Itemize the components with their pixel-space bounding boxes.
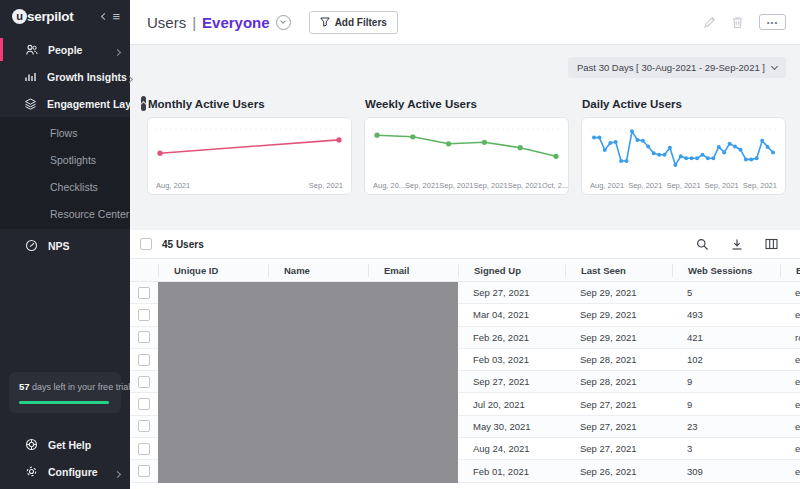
cell-browser-language: en-US: [780, 376, 800, 387]
row-checkbox-cell: [130, 287, 158, 299]
x-axis-tick-label: Aug, 20...: [373, 181, 405, 190]
column-header-web-sessions[interactable]: Web Sessions: [672, 264, 780, 277]
row-checkbox-cell: [130, 354, 158, 366]
sidebar-item-configure[interactable]: Configure: [0, 458, 130, 485]
more-options-button[interactable]: •••: [759, 14, 786, 30]
row-checkbox-cell: [130, 465, 158, 477]
sidebar-item-label: Configure: [48, 466, 98, 478]
x-axis-tick-label: Sep, 2021: [474, 181, 508, 190]
users-count-label: 45 Users: [162, 239, 204, 250]
collapse-chevron-icon: [101, 13, 108, 20]
row-checkbox[interactable]: [138, 420, 150, 432]
column-header-unique-id[interactable]: Unique ID: [158, 264, 268, 277]
row-checkbox-cell: [130, 398, 158, 410]
x-axis-tick-label: Sep, 2021: [405, 181, 439, 190]
trial-text: 57 days left in your free trial: [19, 381, 111, 392]
sidebar-subitem-flows[interactable]: Flows: [0, 119, 130, 146]
download-icon[interactable]: [731, 238, 743, 251]
sidebar-spacer: [0, 259, 130, 372]
date-range-select[interactable]: Past 30 Days [ 30-Aug-2021 - 29-Sep-2021…: [568, 57, 786, 78]
nav-accent-bar: [0, 460, 3, 483]
sidebar-subitem-checklists[interactable]: Checklists: [0, 173, 130, 200]
sidebar-footer: Get HelpConfigure: [0, 431, 130, 489]
sidebar-item-people[interactable]: People: [0, 36, 130, 63]
cell-browser-language: en-GB: [780, 309, 800, 320]
row-checkbox[interactable]: [138, 398, 150, 410]
cell-web-sessions: 5: [672, 287, 780, 298]
cell-web-sessions: 9: [672, 376, 780, 387]
segment-dropdown-button[interactable]: [276, 15, 291, 30]
cell-last-seen: Sep 28, 2021: [565, 354, 672, 365]
column-header-name[interactable]: Name: [268, 264, 368, 277]
sidebar-item-get-help[interactable]: Get Help: [0, 431, 130, 458]
x-axis-tick-label: Sep, 2021: [743, 181, 777, 190]
cell-web-sessions: 309: [672, 466, 780, 477]
charts-row: Monthly Active UsersAug, 2021Sep, 2021We…: [147, 88, 786, 195]
help-icon: [24, 438, 38, 452]
select-all-checkbox[interactable]: [140, 238, 152, 250]
add-filters-button[interactable]: Add Filters: [309, 11, 398, 34]
sidebar-item-label: Growth Insights: [47, 71, 127, 83]
cell-signed-up: Aug 24, 2021: [458, 443, 565, 454]
sidebar-item-nps[interactable]: NPS: [0, 232, 130, 259]
row-checkbox-cell: [130, 420, 158, 432]
topbar-actions: •••: [703, 14, 786, 30]
line-chart-plot: [370, 123, 563, 173]
row-checkbox[interactable]: [138, 309, 150, 321]
x-axis-tick-label: Oct, 2...: [542, 181, 568, 190]
sidebar-subnav: FlowsSpotlightsChecklistsResource Center: [0, 117, 130, 229]
column-header-email[interactable]: Email: [368, 264, 458, 277]
title-separator: |: [192, 14, 196, 31]
sidebar-item-growth-insights[interactable]: Growth Insights: [0, 63, 130, 90]
date-row: Past 30 Days [ 30-Aug-2021 - 29-Sep-2021…: [147, 57, 786, 78]
cell-web-sessions: 102: [672, 354, 780, 365]
sidebar-subitem-resource-center[interactable]: Resource Center: [0, 200, 130, 227]
edit-pencil-icon[interactable]: [703, 16, 716, 29]
collapse-section-button[interactable]: [141, 96, 146, 111]
x-axis-tick-label: Sep, 2021: [705, 181, 739, 190]
delete-trash-icon[interactable]: [732, 16, 743, 29]
x-axis-tick-label: Sep, 2021: [309, 181, 343, 190]
cell-browser-language: en-US: [780, 466, 800, 477]
cell-browser-language: ro-RO: [780, 332, 800, 343]
x-axis-labels: Aug, 2021Sep, 2021Sep, 2021Sep, 2021Sep,…: [587, 180, 780, 191]
cell-browser-language: en-US: [780, 287, 800, 298]
row-checkbox[interactable]: [138, 465, 150, 477]
row-checkbox[interactable]: [138, 331, 150, 343]
gear-icon: [24, 465, 38, 479]
row-checkbox[interactable]: [138, 287, 150, 299]
x-axis-tick-label: Sep, 2021: [439, 181, 473, 190]
cell-web-sessions: 421: [672, 332, 780, 343]
topbar: Users | Everyone Add Filters •••: [130, 0, 800, 45]
sidebar-item-engagement-layer[interactable]: Engagement Layer: [0, 90, 130, 117]
row-checkbox[interactable]: [138, 354, 150, 366]
userpilot-app: userpilot ≡ PeopleGrowth InsightsEngagem…: [0, 0, 800, 489]
sidebar-subitem-spotlights[interactable]: Spotlights: [0, 146, 130, 173]
x-axis-labels: Aug, 2021Sep, 2021: [153, 180, 346, 191]
cell-last-seen: Sep 29, 2021: [565, 309, 672, 320]
sidebar-item-label: Engagement Layer: [47, 98, 141, 110]
cell-last-seen: Sep 27, 2021: [565, 421, 672, 432]
search-icon[interactable]: [696, 238, 709, 251]
row-checkbox-cell: [130, 376, 158, 388]
layers-icon: [24, 97, 37, 111]
date-range-label: Past 30 Days [ 30-Aug-2021 - 29-Sep-2021…: [577, 62, 765, 73]
redacted-user-data-overlay: [158, 282, 458, 483]
column-header-last-seen[interactable]: Last Seen: [565, 264, 672, 277]
nav-accent-bar: [0, 65, 3, 88]
column-header-browser-language[interactable]: Browser Language: [780, 264, 800, 277]
table-header-row: Unique IDNameEmailSigned UpLast SeenWeb …: [130, 258, 800, 282]
chevron-down-icon: [280, 18, 286, 24]
nav-accent-bar: [0, 92, 3, 115]
trial-banner: 57 days left in your free trial: [9, 372, 121, 413]
row-checkbox[interactable]: [138, 443, 150, 455]
nav-accent-bar: [0, 433, 3, 456]
column-header-signed-up[interactable]: Signed Up: [458, 264, 565, 277]
columns-icon[interactable]: [765, 238, 778, 250]
x-axis-tick-label: Sep, 2021: [628, 181, 662, 190]
sidebar-collapse-button[interactable]: ≡: [102, 10, 120, 23]
segment-name[interactable]: Everyone: [202, 14, 270, 31]
chevron-right-icon: [115, 463, 120, 481]
x-axis-tick-label: Sep, 2021: [666, 181, 700, 190]
row-checkbox[interactable]: [138, 376, 150, 388]
